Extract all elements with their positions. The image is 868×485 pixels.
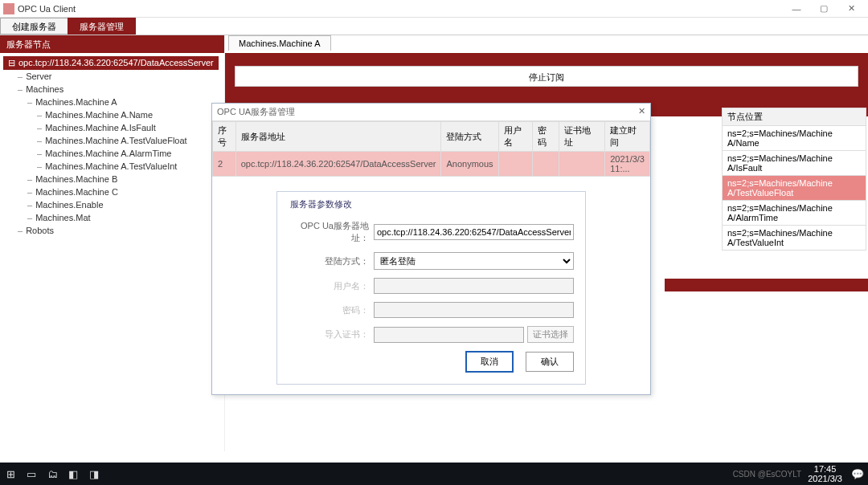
- node-row[interactable]: ns=2;s=Machines/Machine A/AlarmTime: [723, 201, 866, 226]
- app-icon: [3, 3, 14, 14]
- server-params-form: 服务器参数修改 OPC Ua服务器地址： 登陆方式： 匿名登陆 用户名： 密码：…: [276, 191, 586, 385]
- notification-icon[interactable]: 💬: [847, 468, 868, 480]
- app-icon-2[interactable]: ◨: [84, 468, 104, 480]
- tree-node[interactable]: Server: [3, 70, 221, 83]
- windows-taskbar[interactable]: ⊞ ▭ 🗂 ◧ ◨ CSDN @EsCOYLT 17:45 2021/3/3 💬: [0, 463, 868, 485]
- tree-node[interactable]: Machines: [3, 83, 221, 96]
- toolbar-create-server[interactable]: 创建服务器: [0, 18, 68, 35]
- login-mode-select[interactable]: 匿名登陆: [374, 252, 574, 270]
- tree-node[interactable]: Machines.Machine A.AlarmTime: [3, 147, 221, 160]
- watermark: CSDN @EsCOYLT: [733, 470, 802, 479]
- ok-button[interactable]: 确认: [526, 352, 574, 372]
- toolbar: 创建服务器 服务器管理: [0, 18, 868, 35]
- titlebar: OPC Ua Client — ▢ ✕: [0, 0, 868, 18]
- username-label: 用户名：: [289, 280, 369, 292]
- dialog-close-icon[interactable]: ✕: [638, 106, 645, 118]
- node-position-table: 节点位置 ns=2;s=Machines/Machine A/Namens=2;…: [722, 108, 866, 251]
- node-row[interactable]: ns=2;s=Machines/Machine A/Name: [723, 126, 866, 151]
- col-cert: 证书地址: [559, 122, 605, 152]
- tree-node[interactable]: Machines.Machine A: [3, 96, 221, 108]
- node-row[interactable]: ns=2;s=Machines/Machine A/TestValueInt: [723, 226, 866, 251]
- node-row[interactable]: ns=2;s=Machines/Machine A/TestValueFloat: [723, 176, 866, 201]
- maroon-extension: [665, 279, 868, 291]
- server-row[interactable]: 2 opc.tcp://118.24.36.220:62547/DataAcce…: [213, 152, 650, 177]
- tree-node[interactable]: Robots: [3, 224, 221, 237]
- col-user: 用户名: [498, 122, 532, 152]
- cert-label: 导入证书：: [289, 328, 369, 340]
- tree-node[interactable]: Machines.Machine A.Name: [3, 108, 221, 121]
- col-time: 建立时间: [605, 122, 650, 152]
- tree-node[interactable]: Machines.Machine B: [3, 173, 221, 185]
- tab-machine-a[interactable]: Machines.Machine A: [228, 35, 331, 51]
- password-input: [374, 302, 574, 318]
- cancel-button[interactable]: 取消: [465, 351, 514, 373]
- node-row[interactable]: ns=2;s=Machines/Machine A/IsFault: [723, 151, 866, 176]
- stop-sub-band: 停止订阅: [225, 53, 868, 100]
- node-position-header: 节点位置: [723, 108, 866, 126]
- clock[interactable]: 17:45 2021/3/3: [808, 464, 842, 483]
- tree-node[interactable]: Machines.Machine A.TestValueInt: [3, 160, 221, 173]
- tree-node[interactable]: opc.tcp://118.24.36.220:62547/DataAccess…: [3, 56, 219, 70]
- server-address-input[interactable]: [374, 224, 574, 240]
- username-input: [374, 278, 574, 294]
- tree-node[interactable]: Machines.Enable: [3, 198, 221, 211]
- cert-browse-button[interactable]: 证书选择: [527, 326, 574, 343]
- sidebar: 服务器节点 opc.tcp://118.24.36.220:62547/Data…: [0, 35, 225, 451]
- col-login: 登陆方式: [441, 122, 498, 152]
- start-icon[interactable]: ⊞: [0, 468, 21, 480]
- tree-node[interactable]: Machines.Machine A.TestValueFloat: [3, 134, 221, 147]
- sidebar-header: 服务器节点: [0, 35, 224, 53]
- explorer-icon[interactable]: 🗂: [42, 468, 63, 480]
- taskview-icon[interactable]: ▭: [21, 468, 42, 480]
- dialog-title-text: OPC UA服务器管理: [217, 106, 638, 118]
- col-index: 序号: [213, 122, 236, 152]
- tree-node[interactable]: Machines.Machine A.IsFault: [3, 121, 221, 134]
- login-label: 登陆方式：: [289, 255, 369, 267]
- col-address: 服务器地址: [235, 122, 441, 152]
- toolbar-server-mgmt[interactable]: 服务器管理: [68, 18, 136, 35]
- dialog-titlebar[interactable]: OPC UA服务器管理 ✕: [212, 104, 650, 121]
- tree-node[interactable]: Machines.Machine C: [3, 185, 221, 198]
- server-list-table: 序号 服务器地址 登陆方式 用户名 密码 证书地址 建立时间 2 opc.tcp…: [212, 121, 650, 177]
- cert-path-input: [374, 327, 524, 343]
- close-button[interactable]: ✕: [837, 3, 865, 14]
- dialog-button-row: 取消 确认: [289, 351, 574, 373]
- server-tree[interactable]: opc.tcp://118.24.36.220:62547/DataAccess…: [0, 53, 224, 240]
- password-label: 密码：: [289, 304, 369, 316]
- stop-subscription-button[interactable]: 停止订阅: [235, 66, 858, 87]
- form-legend: 服务器参数修改: [289, 197, 574, 212]
- tree-node[interactable]: Machines.Mat: [3, 211, 221, 224]
- addr-label: OPC Ua服务器地址：: [289, 220, 369, 244]
- tabbar: Machines.Machine A: [225, 35, 868, 53]
- maximize-button[interactable]: ▢: [810, 3, 837, 14]
- app-icon-1[interactable]: ◧: [63, 468, 84, 480]
- window-title: OPC Ua Client: [18, 4, 783, 14]
- server-params-dialog: OPC UA服务器管理 ✕ 序号 服务器地址 登陆方式 用户名 密码 证书地址 …: [211, 103, 651, 395]
- minimize-button[interactable]: —: [783, 4, 810, 14]
- col-password: 密码: [532, 122, 559, 152]
